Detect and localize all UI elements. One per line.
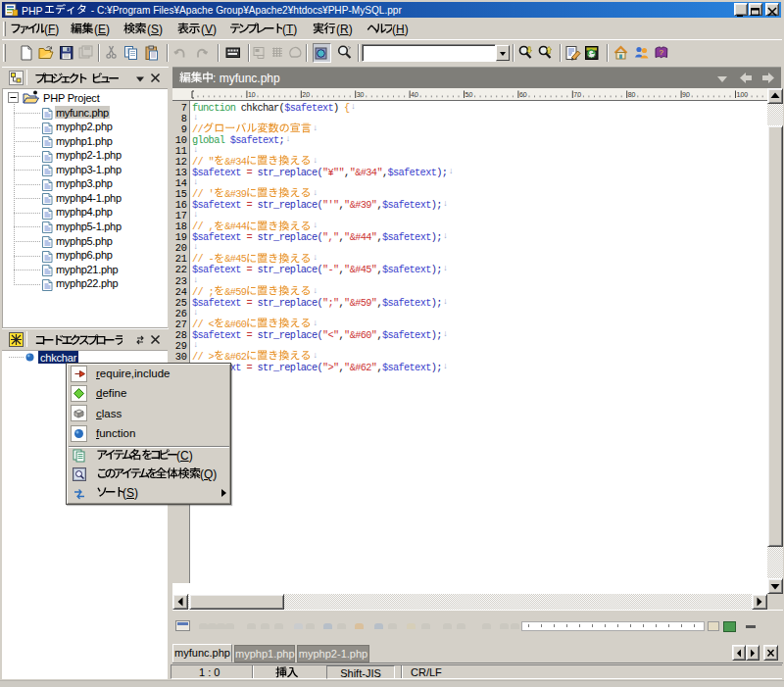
svg-text:20: 20 bbox=[302, 91, 310, 98]
svg-text:70: 70 bbox=[573, 91, 581, 98]
svg-text:30: 30 bbox=[357, 91, 365, 98]
svg-text:80: 80 bbox=[628, 91, 636, 98]
svg-text:40: 40 bbox=[411, 91, 418, 98]
svg-text:?: ? bbox=[660, 48, 664, 57]
svg-text:60: 60 bbox=[519, 91, 527, 98]
svg-text:90: 90 bbox=[682, 91, 690, 98]
svg-text:10: 10 bbox=[248, 91, 256, 98]
svg-text:50: 50 bbox=[466, 91, 473, 98]
